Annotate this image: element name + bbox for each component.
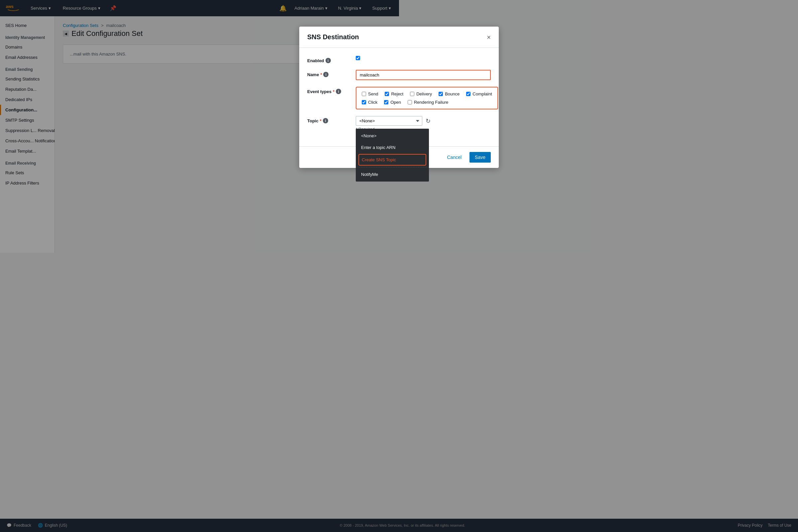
dropdown-item-create-sns[interactable]: Create SNS Topic [358, 154, 399, 166]
topic-select[interactable]: <None> Enter a topic ARN Create SNS Topi… [356, 116, 399, 126]
topic-dropdown-container: <None> Enter a topic ARN Create SNS Topi… [356, 116, 399, 126]
name-row: Name * i [307, 70, 399, 80]
event-send-checkbox[interactable] [362, 92, 366, 96]
name-label: Name * i [307, 70, 350, 77]
event-reject-checkbox[interactable] [385, 92, 389, 96]
topic-control: <None> Enter a topic ARN Create SNS Topi… [356, 116, 399, 132]
event-row-1: Send Reject Delivery [362, 92, 399, 96]
event-types-info-icon[interactable]: i [336, 89, 341, 94]
event-open-checkbox[interactable] [384, 100, 388, 104]
dropdown-item-none[interactable]: <None> [356, 130, 399, 141]
topic-dropdown-menu: <None> Enter a topic ARN Create SNS Topi… [356, 128, 399, 182]
dropdown-item-notifyme[interactable]: NotifyMe [356, 169, 399, 180]
name-input[interactable] [356, 70, 399, 80]
modal-overlay: SNS Destination × Enabled i Name * i [0, 0, 399, 266]
event-click[interactable]: Click [362, 100, 377, 105]
dropdown-options: <None> Enter a topic ARN Create SNS Topi… [356, 129, 399, 182]
enabled-info-icon[interactable]: i [325, 58, 331, 63]
sns-destination-modal: SNS Destination × Enabled i Name * i [299, 26, 399, 168]
topic-label: Topic * i [307, 116, 350, 124]
dropdown-divider [356, 167, 399, 167]
topic-row: Topic * i <None> Enter a topic ARN Creat… [307, 116, 399, 132]
event-send[interactable]: Send [362, 92, 378, 96]
event-reject[interactable]: Reject [385, 92, 399, 96]
event-open[interactable]: Open [384, 100, 399, 105]
event-row-2: Click Open Rendering Failure [362, 100, 399, 105]
event-types-row: Event types * i Send Rejec [307, 87, 399, 109]
enabled-label: Enabled i [307, 56, 350, 63]
enabled-row: Enabled i [307, 56, 399, 63]
topic-select-row: <None> Enter a topic ARN Create SNS Topi… [356, 116, 399, 126]
event-types-label: Event types * i [307, 87, 350, 94]
event-types-control: Send Reject Delivery [356, 87, 399, 109]
enabled-checkbox[interactable] [356, 56, 360, 60]
event-click-checkbox[interactable] [362, 100, 366, 104]
dropdown-item-arn[interactable]: Enter a topic ARN [356, 141, 399, 153]
modal-header: SNS Destination × [299, 26, 399, 48]
modal-body: Enabled i Name * i [299, 48, 399, 146]
topic-info-icon[interactable]: i [323, 118, 328, 124]
name-control [356, 70, 399, 80]
modal-title: SNS Destination [307, 33, 359, 41]
name-info-icon[interactable]: i [323, 72, 328, 77]
topic-select-wrapper: <None> Enter a topic ARN Create SNS Topi… [356, 116, 399, 126]
event-types-box: Send Reject Delivery [356, 87, 399, 109]
enabled-control [356, 56, 399, 61]
